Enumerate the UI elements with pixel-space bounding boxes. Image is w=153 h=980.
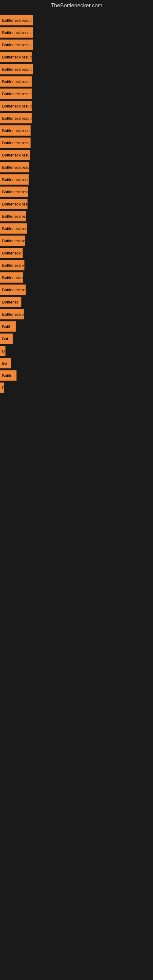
- bottleneck-bar: Bottleneck result: [0, 174, 29, 185]
- bar-label: Bot: [2, 337, 8, 341]
- bottleneck-bar: Bottleneck result: [0, 64, 33, 75]
- bar-row: [0, 431, 153, 442]
- bottleneck-bar: Bottle: [0, 370, 16, 381]
- bottleneck-bar: Bottleneck result: [0, 223, 27, 234]
- bottleneck-bar: Bottleneck result: [0, 27, 33, 38]
- bar-row: Bottleneck result: [0, 161, 153, 173]
- bottleneck-bar: Bottleneck: [0, 248, 22, 258]
- bottleneck-bar: Bottleneck result: [0, 125, 30, 136]
- bar-row: Bottleneck result: [0, 149, 153, 161]
- bar-label: Bottleneck result: [2, 202, 27, 207]
- bar-row: Bottleneck result: [0, 39, 153, 51]
- bottleneck-bar: Bottleneck re: [0, 309, 24, 320]
- bar-row: Bottleneck result: [0, 125, 153, 136]
- bar-label: Bottleneck result: [2, 104, 32, 108]
- bar-row: Bottleneck r: [0, 272, 153, 283]
- bar-label: Bottleneck re: [2, 239, 25, 243]
- bottleneck-bar: Bottleneck result: [0, 89, 32, 99]
- bars-container: Bottleneck resultBottleneck resultBottle…: [0, 11, 153, 471]
- bar-row: [0, 406, 153, 418]
- bar-row: Bottleneck result: [0, 112, 153, 124]
- bar-row: Bottleneck result: [0, 186, 153, 197]
- bar-row: Bottleneck res: [0, 210, 153, 222]
- bottleneck-bar: Bottleneck result: [0, 162, 29, 172]
- bottleneck-bar: Bottleneck r: [0, 272, 23, 283]
- bottleneck-bar: Bot: [0, 334, 13, 344]
- bottleneck-bar: Bottleneck result: [0, 76, 32, 87]
- bottleneck-bar: Bottleneck result: [0, 15, 33, 25]
- bottleneck-bar: Bottleneck result: [0, 150, 30, 160]
- bar-row: Bottleneck result: [0, 100, 153, 112]
- bar-label: Bottleneck result: [2, 43, 32, 47]
- bar-row: Bottleneck result: [0, 76, 153, 87]
- bar-row: Bottl: [0, 321, 153, 332]
- bar-row: Bottleneck result: [0, 173, 153, 185]
- bar-label: Bottleneck result: [2, 55, 32, 59]
- bar-row: Bottleneck resu: [0, 284, 153, 296]
- bar-row: Bottleneck re: [0, 309, 153, 320]
- bar-label: Bottleneck resu: [2, 288, 26, 292]
- bar-label: Bottleneck result: [2, 177, 29, 182]
- bar-label: Bottleneck result: [2, 128, 30, 133]
- bar-label: B: [2, 385, 4, 390]
- bottleneck-bar: Bottleneck result: [0, 199, 27, 209]
- bottleneck-bar: Bo: [0, 358, 11, 368]
- bar-row: Bottlenec: [0, 296, 153, 308]
- bar-row: Bottleneck re: [0, 259, 153, 271]
- bar-row: Bottleneck result: [0, 64, 153, 75]
- bar-row: [0, 443, 153, 455]
- bar-row: [0, 394, 153, 406]
- bar-label: Bottleneck re: [2, 263, 24, 268]
- bar-row: Bottleneck result: [0, 198, 153, 210]
- bar-label: Bottl: [2, 324, 10, 329]
- bottleneck-bar: Bottleneck re: [0, 235, 25, 246]
- bar-label: Bottleneck r: [2, 275, 23, 280]
- bottleneck-bar: B: [0, 382, 4, 393]
- bar-row: Bottleneck: [0, 247, 153, 259]
- bottleneck-bar: B: [0, 346, 5, 356]
- bar-label: Bottlenec: [2, 300, 19, 304]
- bar-label: B: [2, 349, 5, 353]
- bottleneck-bar: Bottleneck result: [0, 52, 32, 62]
- bar-row: Bottleneck result: [0, 137, 153, 148]
- bar-label: Bottleneck: [2, 251, 21, 255]
- bar-label: Bottleneck result: [2, 79, 32, 84]
- bar-row: B: [0, 345, 153, 357]
- bar-label: Bottleneck result: [2, 92, 32, 96]
- bar-label: Bottleneck result: [2, 153, 30, 158]
- bottleneck-bar: Bottl: [0, 321, 16, 332]
- bar-label: Bottleneck result: [2, 116, 32, 121]
- bar-row: Bottleneck re: [0, 235, 153, 247]
- bar-label: Bottleneck result: [2, 189, 28, 194]
- bottleneck-bar: Bottleneck resu: [0, 285, 26, 295]
- bar-label: Bottleneck res: [2, 214, 26, 219]
- bar-label: Bottle: [2, 373, 12, 378]
- bar-row: Bot: [0, 333, 153, 345]
- bar-row: B: [0, 382, 153, 393]
- bar-label: Bottleneck re: [2, 312, 24, 317]
- bottleneck-bar: Bottleneck result: [0, 101, 32, 111]
- bottleneck-bar: Bottleneck result: [0, 186, 28, 197]
- bar-row: Bo: [0, 357, 153, 369]
- bar-row: Bottleneck result: [0, 51, 153, 63]
- site-title: TheBottlenecker.com: [0, 0, 153, 11]
- bottleneck-bar: Bottleneck result: [0, 113, 32, 123]
- bottleneck-bar: Bottleneck re: [0, 260, 24, 270]
- bar-label: Bottleneck result: [2, 30, 32, 35]
- bar-label: Bottleneck result: [2, 226, 27, 231]
- bar-row: Bottleneck result: [0, 223, 153, 234]
- bar-label: Bo: [2, 361, 7, 366]
- bar-row: Bottle: [0, 370, 153, 381]
- bar-label: Bottleneck result: [2, 140, 30, 145]
- bar-label: Bottleneck result: [2, 67, 32, 72]
- bar-row: Bottleneck result: [0, 88, 153, 100]
- bottleneck-bar: Bottleneck result: [0, 40, 33, 50]
- bar-row: Bottleneck result: [0, 27, 153, 38]
- bottleneck-bar: Bottleneck result: [0, 137, 30, 148]
- bar-label: Bottleneck result: [2, 165, 29, 170]
- bottleneck-bar: Bottleneck res: [0, 211, 26, 221]
- bar-row: Bottleneck result: [0, 14, 153, 26]
- bar-row: [0, 418, 153, 430]
- bar-label: Bottleneck result: [2, 18, 32, 23]
- bottleneck-bar: Bottlenec: [0, 297, 21, 307]
